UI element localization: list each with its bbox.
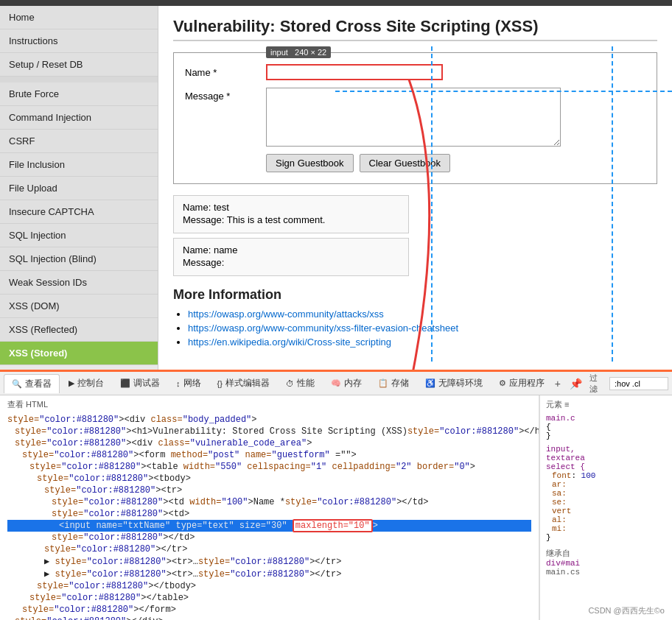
html-line-line6[interactable]: style="color:#881280"><tbody> [7, 473, 531, 485]
html-panel-header: 查看 HTML [7, 399, 531, 410]
more-info-link-item: https://owasp.org/www-community/xss-filt… [188, 323, 657, 334]
html-line-line5[interactable]: style="color:#881280"><table width="550"… [7, 461, 531, 473]
style-closing-brace: } [546, 533, 666, 542]
devtools-tab-inspector[interactable]: 🔍查看器 [4, 374, 60, 393]
html-line-line1[interactable]: style="color:#881280"><div class="body_p… [7, 414, 531, 426]
html-line-content: style="color:#881280"></form> [22, 605, 176, 615]
devtools-tab-memory[interactable]: 🧠内存 [323, 374, 369, 392]
sidebar-item-file-inclusion[interactable]: File Inclusion [0, 153, 158, 177]
html-line-line9[interactable]: style="color:#881280"><td> [7, 508, 531, 520]
devtools-tab-label-storage: 存储 [391, 377, 409, 390]
html-line-line18[interactable]: style="color:#881280"></div> [7, 616, 531, 620]
sidebar-item-xss-reflected[interactable]: XSS (Reflected) [0, 318, 158, 342]
devtools-tab-icon-style-editor: {} [217, 379, 223, 388]
devtools-tab-label-app-programs: 应用程序 [509, 377, 545, 390]
html-line-line8[interactable]: style="color:#881280"><td width="100">Na… [7, 496, 531, 508]
devtools-tab-icon-performance: ⏱ [286, 379, 294, 388]
page-content: Vulnerability: Stored Cross Site Scripti… [158, 6, 672, 362]
guestbook-entry: Name: testMessage: This is a test commen… [173, 195, 409, 233]
devtools-tab-icon-storage: 📋 [378, 378, 388, 388]
html-line-content: ▶ style="color:#881280"><tr>…style="colo… [44, 569, 341, 580]
sidebar-item-weak-session-ids[interactable]: Weak Session IDs [0, 271, 158, 295]
html-line-line14[interactable]: ▶ style="color:#881280"><tr>…style="colo… [7, 568, 531, 580]
tooltip-size: 240 × 22 [295, 48, 326, 57]
style-prop-mi: mi: [552, 524, 666, 533]
browser-chrome-top [0, 0, 672, 6]
devtools-tab-network[interactable]: ↕网络 [169, 374, 209, 392]
devtools-tab-storage[interactable]: 📋存储 [371, 374, 416, 392]
html-line-content: style="color:#881280"><h1>Vulnerability:… [15, 426, 539, 437]
html-line-content: style="color:#881280"><div class="vulner… [15, 438, 312, 448]
style-prop-al: al: [552, 515, 666, 524]
style-selector-2: input,textareaselect { [546, 445, 666, 471]
sidebar-item-file-upload[interactable]: File Upload [0, 177, 158, 200]
message-textarea[interactable] [266, 88, 561, 147]
name-input[interactable] [266, 64, 443, 80]
html-line-line11[interactable]: style="color:#881280"></td> [7, 532, 531, 543]
devtools-filter-input[interactable] [609, 377, 668, 390]
devtools-pin-button[interactable]: 📌 [568, 376, 584, 391]
html-line-content: style="color:#881280"><div class="body_p… [7, 415, 257, 425]
devtools-tabs: 🔍查看器▶控制台⬛调试器↕网络{}样式编辑器⏱性能🧠内存📋存储♿无障碍环境⚙应用… [0, 372, 672, 395]
sidebar-item-instructions[interactable]: Instructions [0, 29, 158, 53]
devtools-tab-icon-network: ↕ [176, 379, 181, 388]
html-line-line13[interactable]: ▶ style="color:#881280"><tr>…style="colo… [7, 555, 531, 568]
html-panel: 查看 HTML style="color:#881280"><div class… [0, 395, 539, 620]
sign-guestbook-button[interactable]: Sign Guestbook [266, 154, 354, 172]
input-size-tooltip: input 240 × 22 [266, 46, 331, 58]
sidebar-item-csrf[interactable]: CSRF [0, 130, 158, 153]
style-prop-ar: ar: [552, 480, 666, 489]
html-line-line16[interactable]: style="color:#881280"></table> [7, 592, 531, 604]
html-line-line4[interactable]: style="color:#881280"><form method="post… [7, 449, 531, 461]
sidebar-item-xss-dom[interactable]: XSS (DOM) [0, 295, 158, 318]
devtools-tab-accessibility[interactable]: ♿无障碍环境 [418, 374, 490, 392]
html-line-line17[interactable]: style="color:#881280"></form> [7, 604, 531, 616]
name-row: Name * input 240 × 22 [185, 64, 645, 80]
guestbook-entry-name: Name: test [183, 202, 399, 213]
html-line-content: ▶ style="color:#881280"><tr>…style="colo… [44, 557, 341, 567]
devtools-tab-label-performance: 性能 [297, 377, 315, 390]
devtools-tab-label-console: 控制台 [77, 377, 104, 390]
more-info-link-1[interactable]: https://owasp.org/www-community/xss-filt… [188, 323, 458, 334]
devtools-tab-debugger[interactable]: ⬛调试器 [113, 374, 167, 392]
content-area: Vulnerability: Stored Cross Site Scripti… [158, 6, 672, 370]
devtools-tab-console[interactable]: ▶控制台 [61, 374, 111, 392]
html-line-line10[interactable]: <input name="txtName" type="text" size="… [7, 520, 531, 532]
html-line-line3[interactable]: style="color:#881280"><div class="vulner… [7, 437, 531, 449]
sidebar-item-home[interactable]: Home [0, 6, 158, 29]
html-line-line7[interactable]: style="color:#881280"><tr> [7, 485, 531, 496]
devtools-tab-app-programs[interactable]: ⚙应用程序 [491, 374, 552, 392]
more-info-title: More Information [173, 287, 657, 303]
more-info: More Information https://owasp.org/www-c… [173, 287, 657, 348]
form-container: Name * input 240 × 22 Message * [173, 52, 657, 184]
devtools-tab-performance[interactable]: ⏱性能 [279, 374, 322, 392]
devtools-tab-icon-console: ▶ [69, 378, 74, 388]
sidebar-item-insecure-captcha[interactable]: Insecure CAPTCHA [0, 200, 158, 224]
html-line-line12[interactable]: style="color:#881280"></tr> [7, 543, 531, 555]
html-line-line15[interactable]: style="color:#881280"></tbody> [7, 580, 531, 592]
devtools-filter-label: 过滤 [589, 373, 601, 395]
style-block-2: input,textareaselect { font: 100 ar: sa:… [546, 445, 666, 542]
sidebar-item-command-injection[interactable]: Command Injection [0, 106, 158, 130]
sidebar-item-sql-injection[interactable]: SQL Injection [0, 224, 158, 247]
style-props: font: 100 ar: sa: se: vert al: mi: [546, 471, 666, 533]
devtools-tab-label-network: 网络 [183, 377, 201, 390]
source-file: main.cs [546, 568, 666, 577]
sidebar-item-xss-stored[interactable]: XSS (Stored) [0, 342, 158, 365]
html-line-line2[interactable]: style="color:#881280"><h1>Vulnerability:… [7, 426, 531, 437]
sidebar-item-setup-reset-db[interactable]: Setup / Reset DB [0, 53, 158, 77]
more-info-link-0[interactable]: https://owasp.org/www-community/attacks/… [188, 309, 384, 320]
style-prop-se: se: [552, 498, 666, 507]
page-title: Vulnerability: Stored Cross Site Scripti… [173, 17, 657, 41]
html-line-content: style="color:#881280"><table width="550"… [29, 462, 475, 472]
devtools-tab-style-editor[interactable]: {}样式编辑器 [210, 374, 277, 392]
devtools-add-button[interactable]: + [553, 376, 562, 391]
html-highlighted-maxlength: maxlength="10" [293, 519, 373, 532]
sidebar-item-sql-injection-blind[interactable]: SQL Injection (Blind) [0, 247, 158, 271]
more-info-link-item: https://en.wikipedia.org/wiki/Cross-site… [188, 337, 657, 348]
guestbook-entry: Name: nameMessage: [173, 238, 409, 276]
sidebar-item-brute-force[interactable]: Brute Force [0, 82, 158, 106]
more-info-link-2[interactable]: https://en.wikipedia.org/wiki/Cross-site… [188, 337, 391, 348]
style-panel-header: 元素 ≡ [546, 399, 666, 410]
clear-guestbook-button[interactable]: Clear Guestbook [360, 154, 451, 172]
